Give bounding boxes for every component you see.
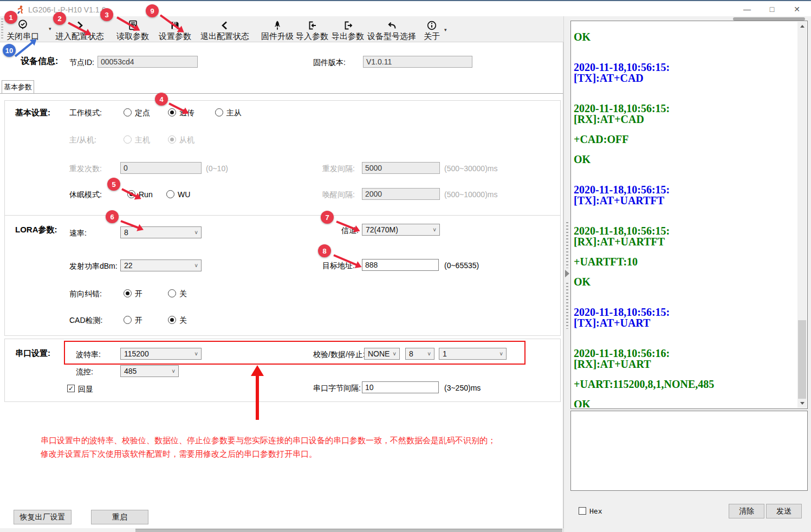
radio-work-mode-fixed[interactable] (124, 108, 132, 116)
rate-select[interactable]: 8˅ (120, 226, 202, 238)
minimize-button[interactable]: — (738, 2, 756, 16)
radio-work-mode-transparent[interactable] (168, 108, 176, 116)
warning-line-1: 串口设置中的波特率、校验位、数据位、停止位参数要与您实际连接的串口设备的串口参数… (41, 436, 496, 446)
radio-slave-label: 从机 (179, 135, 194, 145)
tab-basic-params[interactable]: 基本参数 (2, 80, 34, 94)
restore-factory-button[interactable]: 恢复出厂设置 (14, 510, 72, 524)
radio-cad-on[interactable] (124, 316, 132, 324)
resend-interval-hint: (500~30000)ms (444, 164, 497, 173)
info-icon (424, 18, 440, 31)
target-addr-field[interactable]: 888 (362, 259, 439, 271)
resend-count-field[interactable]: 0 (120, 162, 202, 174)
app-window: LG206-L-P-H10 V1.1.6 — □ ✕ 关闭串口 ▾ 进入配置状态 (0, 0, 811, 532)
log-line: OK (574, 154, 795, 165)
horizontal-scrollbar-thumb[interactable] (135, 529, 562, 532)
basic-settings-label: 基本设置: (15, 108, 50, 118)
restart-button[interactable]: 重启 (91, 510, 148, 524)
tx-power-select[interactable]: 22˅ (120, 259, 202, 271)
toolbar-item-device-model-select[interactable]: 设备型号选择 (367, 18, 416, 42)
scroll-down-button[interactable] (797, 399, 807, 408)
toolbar-item-firmware-upgrade[interactable]: 固件升级 (261, 18, 294, 42)
log-vertical-scrollbar-thumb[interactable] (798, 320, 806, 400)
resend-interval-field[interactable]: 5000 (362, 162, 440, 174)
scroll-up-button[interactable] (797, 22, 807, 31)
target-addr-hint: (0~65535) (444, 261, 479, 270)
annotation-circle-4: 4 (155, 93, 168, 106)
toolbar: 关闭串口 ▾ 进入配置状态 读取参数 (0, 16, 567, 42)
close-button[interactable]: ✕ (788, 2, 806, 16)
log-line: OK (574, 276, 795, 287)
radio-slave[interactable] (168, 135, 176, 144)
radio-work-mode-master-slave[interactable] (215, 108, 223, 116)
title-bar: LG206-L-P-H10 V1.1.6 — □ ✕ (0, 0, 811, 16)
config-panel: 设备信息: 节点ID: 00053cd4 固件版本: V1.0.11 基本参数 … (0, 42, 563, 528)
resend-count-hint: (0~10) (206, 164, 228, 173)
device-info-section-label: 设备信息: (21, 56, 58, 67)
radio-fec-off[interactable] (168, 289, 176, 297)
send-input-area[interactable] (570, 411, 808, 491)
flow-select[interactable]: 485˅ (120, 365, 179, 377)
about-dropdown-caret[interactable]: ▾ (444, 27, 447, 33)
log-line: 2020-11-18,10:56:15: [RX]:AT+CAD (574, 103, 795, 125)
log-line: +UART:115200,8,1,NONE,485 (574, 379, 795, 390)
clear-button[interactable]: 清除 (729, 504, 764, 518)
echo-checkbox[interactable]: ✓ (67, 385, 75, 392)
serial-highlight-rectangle (64, 341, 525, 365)
master-slave-label: 主/从机: (69, 135, 96, 145)
import-icon (296, 18, 328, 31)
channel-select[interactable]: 72(470M)˅ (362, 224, 440, 236)
log-vertical-scrollbar[interactable] (797, 22, 807, 408)
wake-interval-hint: (500~10000)ms (444, 190, 497, 199)
serial-up-arrow-shaft (256, 375, 259, 420)
splitter-collapse-icon[interactable] (565, 270, 569, 277)
rate-label: 速率: (69, 229, 87, 238)
send-button[interactable]: 发送 (766, 504, 802, 518)
toolbar-item-import-params[interactable]: 导入参数 (296, 18, 328, 42)
log-line: OK (574, 399, 795, 407)
tx-power-label: 发射功率dBm: (69, 262, 118, 271)
log-line: 2020-11-18,10:56:15: [TX]:AT+UARTFT (574, 184, 795, 206)
firmware-version-field[interactable]: V1.0.11 (363, 56, 472, 68)
resend-interval-label: 重发间隔: (322, 164, 355, 174)
log-line: +UARTFT:10 (574, 256, 795, 267)
byte-interval-hint: (3~250)ms (444, 384, 481, 392)
chevron-down-icon: ˅ (433, 227, 436, 233)
radio-master[interactable] (124, 135, 132, 144)
radio-fec-on-label: 开 (135, 289, 142, 299)
radio-fec-on[interactable] (124, 289, 132, 297)
toolbar-item-exit-config[interactable]: 退出配置状态 (200, 18, 249, 42)
toolbar-item-about[interactable]: 关于 (424, 18, 440, 42)
byte-interval-field[interactable]: 10 (362, 381, 439, 393)
radio-cad-off-label: 关 (179, 316, 187, 326)
log-output-area[interactable]: OK 2020-11-18,10:56:15: [TX]:AT+CAD 2020… (570, 21, 808, 409)
splitter-grip (566, 283, 568, 329)
hex-checkbox[interactable] (579, 507, 586, 515)
splitter-grip (566, 222, 568, 268)
radio-sleep-wu[interactable] (166, 190, 174, 198)
byte-interval-label: 串口字节间隔: (313, 384, 361, 393)
export-icon (332, 18, 364, 31)
close-serial-dropdown-caret[interactable]: ▾ (49, 26, 51, 31)
work-mode-label: 工作模式: (69, 108, 102, 118)
toolbar-item-set-params[interactable]: 设置参数 (159, 18, 191, 42)
toolbar-item-export-params[interactable]: 导出参数 (332, 18, 364, 42)
lora-params-label: LORA参数: (15, 225, 57, 235)
toolbar-grip[interactable] (1, 18, 3, 40)
radio-master-label: 主机 (135, 135, 150, 145)
chevron-down-icon: ˅ (172, 368, 175, 374)
log-text: OK 2020-11-18,10:56:15: [TX]:AT+CAD 2020… (574, 31, 795, 407)
warning-line-2: 修改并设置后下次使用该软件配置时，需要用修改之后的串口参数打开串口。 (41, 449, 317, 459)
annotation-circle-9: 9 (146, 4, 159, 17)
panel-splitter[interactable] (563, 16, 570, 532)
radio-cad-off[interactable] (168, 316, 176, 324)
node-id-field[interactable]: 00053cd4 (98, 56, 198, 68)
log-line: 2020-11-18,10:56:15: [RX]:AT+UARTFT (574, 225, 795, 247)
serial-up-arrow (251, 365, 264, 376)
cad-label: CAD检测: (69, 316, 102, 326)
wake-interval-field[interactable]: 2000 (362, 188, 440, 200)
triangle-up-icon (800, 25, 804, 28)
maximize-button[interactable]: □ (763, 2, 781, 16)
horizontal-scrollbar[interactable] (0, 528, 563, 532)
annotation-circle-2: 2 (53, 12, 66, 25)
radio-fec-off-label: 关 (179, 289, 187, 299)
